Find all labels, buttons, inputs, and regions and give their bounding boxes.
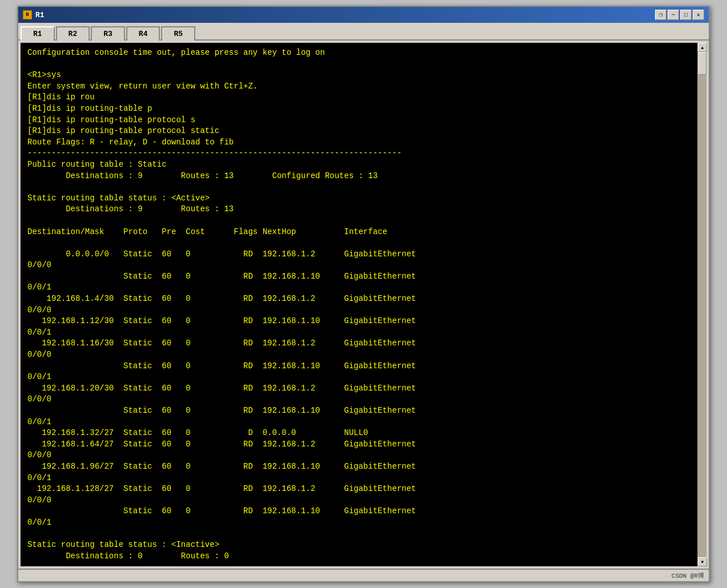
status-bar: CSDN @R博 <box>18 569 709 581</box>
tab-r2[interactable]: R2 <box>56 26 90 41</box>
scroll-down-button[interactable]: ▼ <box>698 557 707 566</box>
tab-r4[interactable]: R4 <box>126 26 160 41</box>
scrollbar: ▲ ▼ <box>697 43 706 566</box>
terminal-text: Configuration console time out, please p… <box>27 47 690 562</box>
maximize-button[interactable]: □ <box>680 10 692 20</box>
restore-button[interactable]: ❐ <box>655 10 666 20</box>
scroll-thumb[interactable] <box>698 52 706 75</box>
scroll-track[interactable] <box>698 52 706 557</box>
scroll-up-button[interactable]: ▲ <box>698 43 707 52</box>
title-buttons: ❐ ─ □ ✕ <box>655 10 704 20</box>
title-bar-left: R R1 <box>23 10 45 19</box>
minimize-button[interactable]: ─ <box>668 10 679 20</box>
terminal-output[interactable]: Configuration console time out, please p… <box>21 43 697 566</box>
tabs-bar: R1 R2 R3 R4 R5 <box>18 23 709 41</box>
status-text: CSDN @R博 <box>672 571 704 580</box>
terminal-container: Configuration console time out, please p… <box>18 41 709 569</box>
app-icon: R <box>23 10 32 19</box>
tab-r1[interactable]: R1 <box>21 26 55 41</box>
main-window: R R1 ❐ ─ □ ✕ R1 R2 R3 R4 R5 Configuratio… <box>17 6 710 582</box>
tab-r5[interactable]: R5 <box>161 26 195 41</box>
window-title: R1 <box>35 11 45 19</box>
tab-r3[interactable]: R3 <box>91 26 125 41</box>
title-bar: R R1 ❐ ─ □ ✕ <box>18 7 709 23</box>
close-button[interactable]: ✕ <box>693 10 704 20</box>
